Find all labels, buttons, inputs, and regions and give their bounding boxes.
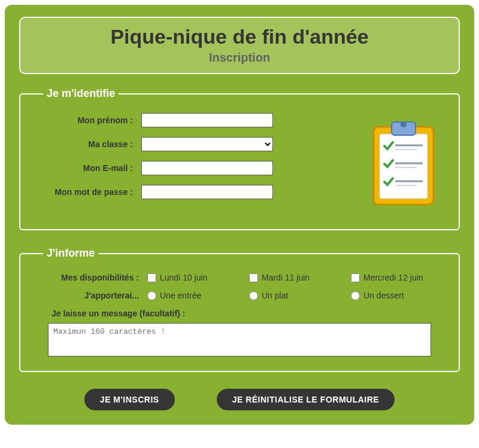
checkbox-mercredi-input[interactable] [351,273,360,282]
radio-plat-input[interactable] [249,291,258,300]
checkbox-mercredi-label: Mercredi 12 juin [363,273,423,282]
textarea-message[interactable] [48,323,431,356]
svg-point-3 [401,121,407,127]
page-title: Pique-nique de fin d'année [20,25,459,48]
checkbox-mardi-label: Mardi 11 juin [262,273,310,282]
form-page: Pique-nique de fin d'année Inscription J… [5,5,474,425]
checkbox-lundi-label: Lundi 10 juin [160,273,207,282]
submit-button[interactable]: JE M'INSCRIS [84,389,175,410]
label-dispo: Mes disponibilités : [34,273,147,282]
label-prenom: Mon prénom : [34,115,141,125]
label-apport: J'apporterai... [34,291,147,300]
input-prenom[interactable] [141,113,273,127]
legend-inform: J'informe [43,247,98,260]
checkbox-lundi[interactable]: Lundi 10 juin [147,273,231,282]
reset-button[interactable]: JE RÉINITIALISE LE FORMULAIRE [217,389,395,410]
clipboard-icon [362,113,445,215]
radio-dessert[interactable]: Un dessert [351,291,435,300]
input-email[interactable] [141,161,273,175]
input-password[interactable] [141,185,273,199]
select-classe[interactable] [141,137,273,151]
radio-plat-label: Un plat [262,291,288,300]
checkbox-mercredi[interactable]: Mercredi 12 juin [351,273,435,282]
radio-entree-input[interactable] [147,291,156,300]
button-row: JE M'INSCRIS JE RÉINITIALISE LE FORMULAI… [19,389,460,410]
checkbox-mardi[interactable]: Mardi 11 juin [249,273,333,282]
fieldset-identify: Je m'identifie Mon prénom : Ma classe : … [19,87,460,230]
checkbox-mardi-input[interactable] [249,273,258,282]
label-email: Mon E-mail : [34,163,141,173]
radio-dessert-label: Un dessert [363,291,404,300]
radio-dessert-input[interactable] [351,291,360,300]
label-message: Je laisse un message (facultatif) : [51,309,445,318]
radio-entree-label: Une entrée [160,291,201,300]
radio-plat[interactable]: Un plat [249,291,333,300]
fieldset-inform: J'informe Mes disponibilités : Lundi 10 … [19,247,460,372]
label-classe: Ma classe : [34,139,141,149]
page-subtitle: Inscription [20,51,459,65]
title-box: Pique-nique de fin d'année Inscription [19,17,460,74]
legend-identify: Je m'identifie [43,87,119,100]
checkbox-lundi-input[interactable] [147,273,156,282]
label-password: Mon mot de passe : [34,187,141,197]
radio-entree[interactable]: Une entrée [147,291,231,300]
